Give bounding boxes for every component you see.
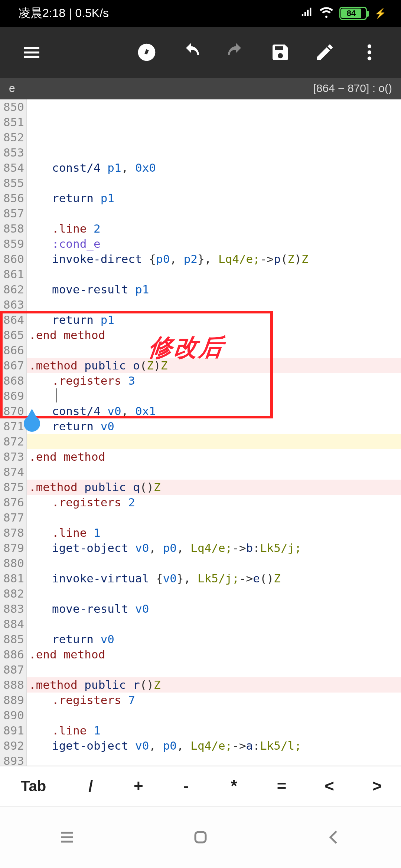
code-line[interactable] [27, 434, 401, 449]
code-line[interactable] [27, 708, 401, 723]
code-line[interactable]: return v0 [27, 419, 401, 434]
line-number: 868 [0, 373, 26, 388]
save-button[interactable] [260, 32, 301, 73]
code-line[interactable]: move-result v0 [27, 601, 401, 617]
wifi-icon [319, 5, 333, 22]
key-tab[interactable]: Tab [0, 766, 67, 806]
line-number: 882 [0, 586, 26, 601]
code-area[interactable]: const/4 p1, 0x0return p1.line 2:cond_ein… [27, 99, 401, 784]
line-number: 869 [0, 388, 26, 404]
recents-button[interactable] [56, 826, 78, 848]
code-line[interactable]: .line 1 [27, 525, 401, 540]
code-line[interactable]: .registers 7 [27, 693, 401, 708]
key-gt[interactable]: > [353, 766, 401, 806]
code-editor[interactable]: 8508518528538548558568578588598608618628… [0, 99, 401, 784]
status-right: 84 ⚡ [301, 5, 386, 22]
code-line[interactable] [27, 464, 401, 480]
line-number: 883 [0, 601, 26, 617]
code-line[interactable]: return p1 [27, 191, 401, 206]
code-line[interactable]: .method public r()Z [27, 677, 401, 693]
svg-point-3 [368, 56, 371, 60]
code-line[interactable]: .end method [27, 328, 401, 343]
line-number: 858 [0, 221, 26, 236]
code-line[interactable]: .method public o(Z)Z [27, 358, 401, 373]
code-line[interactable]: return v0 [27, 632, 401, 647]
code-line[interactable]: .method public q()Z [27, 480, 401, 495]
menu-button[interactable] [11, 32, 52, 73]
line-number: 864 [0, 312, 26, 328]
key-minus[interactable]: - [162, 766, 210, 806]
tab-label[interactable]: e [9, 82, 15, 95]
code-line[interactable]: invoke-direct {p0, p2}, Lq4/e;->p(Z)Z [27, 251, 401, 267]
code-line[interactable] [27, 617, 401, 632]
code-line[interactable] [27, 206, 401, 221]
line-number: 892 [0, 738, 26, 753]
code-line[interactable]: iget-object v0, p0, Lq4/e;->a:Lk5/l; [27, 738, 401, 753]
line-number: 876 [0, 495, 26, 510]
line-number: 880 [0, 556, 26, 571]
code-line[interactable]: .end method [27, 449, 401, 464]
key-equals[interactable]: = [258, 766, 306, 806]
undo-button[interactable] [171, 32, 212, 73]
svg-rect-7 [195, 832, 206, 842]
back-button[interactable] [323, 826, 345, 848]
line-number: 859 [0, 236, 26, 251]
line-number: 857 [0, 206, 26, 221]
code-line[interactable]: move-result p1 [27, 282, 401, 297]
code-line[interactable] [27, 175, 401, 191]
code-line[interactable] [27, 586, 401, 601]
line-number: 871 [0, 419, 26, 434]
code-line[interactable] [27, 267, 401, 282]
line-number: 891 [0, 723, 26, 738]
line-number: 889 [0, 693, 26, 708]
svg-point-1 [368, 45, 371, 48]
home-button[interactable] [189, 826, 212, 848]
line-number: 873 [0, 449, 26, 464]
line-number: 867 [0, 358, 26, 373]
status-left: 凌晨2:18 | 0.5K/s [19, 5, 109, 22]
code-line[interactable]: return p1 [27, 312, 401, 328]
line-number: 884 [0, 617, 26, 632]
tab-strip: e [864 − 870] : o() [0, 78, 401, 99]
key-slash[interactable]: / [67, 766, 115, 806]
status-speed: 0.5K/s [75, 6, 109, 20]
key-star[interactable]: * [210, 766, 258, 806]
line-number: 865 [0, 328, 26, 343]
more-button[interactable] [349, 32, 390, 73]
battery-pct: 84 [347, 9, 356, 18]
code-line[interactable] [27, 662, 401, 677]
code-line[interactable] [27, 556, 401, 571]
symbol-key-row: Tab / + - * = < > [0, 766, 401, 806]
code-line[interactable]: const/4 p1, 0x0 [27, 160, 401, 175]
code-line[interactable]: const/4 v0, 0x1 [27, 404, 401, 419]
line-number: 852 [0, 130, 26, 145]
cursor-handle[interactable] [24, 415, 40, 432]
line-number: 853 [0, 145, 26, 160]
code-line[interactable] [27, 343, 401, 358]
redo-button[interactable] [215, 32, 256, 73]
code-line[interactable] [27, 145, 401, 160]
edit-button[interactable] [304, 32, 345, 73]
code-line[interactable]: .line 1 [27, 723, 401, 738]
line-number: 881 [0, 571, 26, 586]
code-line[interactable] [27, 388, 401, 404]
code-line[interactable]: .line 2 [27, 221, 401, 236]
code-line[interactable] [27, 297, 401, 312]
line-number: 878 [0, 525, 26, 540]
status-time: 凌晨2:18 [19, 6, 65, 20]
line-number: 861 [0, 267, 26, 282]
code-line[interactable]: .end method [27, 647, 401, 662]
code-line[interactable]: .registers 2 [27, 495, 401, 510]
code-line[interactable]: :cond_e [27, 236, 401, 251]
compass-icon[interactable] [126, 32, 167, 73]
key-plus[interactable]: + [115, 766, 163, 806]
code-line[interactable]: .registers 3 [27, 373, 401, 388]
code-line[interactable]: iget-object v0, p0, Lq4/e;->b:Lk5/j; [27, 540, 401, 556]
line-number-gutter: 8508518528538548558568578588598608618628… [0, 99, 27, 784]
code-line[interactable]: invoke-virtual {v0}, Lk5/j;->e()Z [27, 571, 401, 586]
cursor-position-label: [864 − 870] : o() [313, 82, 392, 95]
key-lt[interactable]: < [306, 766, 353, 806]
line-number: 851 [0, 115, 26, 130]
line-number: 870 [0, 404, 26, 419]
code-line[interactable] [27, 510, 401, 525]
